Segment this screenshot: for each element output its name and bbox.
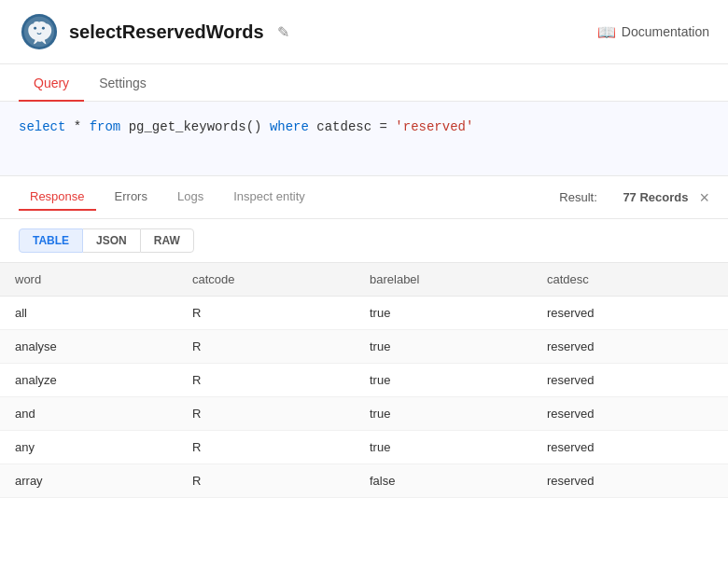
tab-errors[interactable]: Errors xyxy=(104,184,159,211)
sql-where: where xyxy=(270,119,309,134)
cell-catdesc: reserved xyxy=(532,364,728,397)
table-row: anyRtruereserved xyxy=(0,431,728,464)
sql-condition: catdesc = xyxy=(316,119,395,134)
cell-barelabel: false xyxy=(355,464,532,498)
tab-settings[interactable]: Settings xyxy=(84,64,161,102)
postgres-logo xyxy=(19,11,60,52)
cell-catcode: R xyxy=(177,330,355,364)
format-raw-button[interactable]: RAW xyxy=(140,228,194,253)
table-row: andRtruereserved xyxy=(0,397,728,431)
sql-wildcard: * xyxy=(74,119,90,134)
query-editor[interactable]: select * from pg_get_keywords() where ca… xyxy=(0,102,728,176)
table-row: allRtruereserved xyxy=(0,297,728,330)
cell-barelabel: true xyxy=(355,364,532,397)
page-title: selectReservedWords xyxy=(69,21,264,43)
app-header: selectReservedWords ✎ 📖 Documentation xyxy=(0,0,728,64)
record-count-value: 77 Records xyxy=(623,190,688,204)
svg-point-3 xyxy=(42,27,45,30)
sql-string-value: 'reserved' xyxy=(395,119,473,134)
cell-word: and xyxy=(0,397,177,431)
column-header-catcode: catcode xyxy=(177,263,355,297)
sql-select: select xyxy=(19,119,65,134)
results-table: word catcode barelabel catdesc allRtruer… xyxy=(0,262,728,498)
data-table-container: word catcode barelabel catdesc allRtruer… xyxy=(0,262,728,498)
tab-logs[interactable]: Logs xyxy=(166,184,215,211)
cell-barelabel: true xyxy=(355,330,532,364)
pencil-icon: ✎ xyxy=(277,24,289,40)
format-json-button[interactable]: JSON xyxy=(83,228,140,253)
table-header-row: word catcode barelabel catdesc xyxy=(0,263,728,297)
sql-function: pg_get_keywords() xyxy=(129,119,270,134)
cell-catdesc: reserved xyxy=(532,297,728,330)
main-tabs: Query Settings xyxy=(0,64,728,102)
cell-word: array xyxy=(0,464,177,498)
table-row: analyseRtruereserved xyxy=(0,330,728,364)
cell-catcode: R xyxy=(177,364,355,397)
documentation-link[interactable]: 📖 Documentation xyxy=(597,23,709,41)
close-results-button[interactable]: × xyxy=(699,189,709,206)
result-tabs: Response Errors Logs Inspect entity xyxy=(19,184,559,211)
tab-response[interactable]: Response xyxy=(19,184,96,211)
cell-word: all xyxy=(0,297,177,330)
cell-catcode: R xyxy=(177,397,355,431)
cell-word: analyse xyxy=(0,330,177,364)
cell-catdesc: reserved xyxy=(532,464,728,498)
column-header-word: word xyxy=(0,263,177,297)
table-row: arrayRfalsereserved xyxy=(0,464,728,498)
sql-from: from xyxy=(90,119,121,134)
cell-catcode: R xyxy=(177,297,355,330)
cell-catcode: R xyxy=(177,464,355,498)
cell-barelabel: true xyxy=(355,431,532,464)
cell-catdesc: reserved xyxy=(532,397,728,431)
results-bar: Response Errors Logs Inspect entity Resu… xyxy=(0,176,728,219)
cell-word: any xyxy=(0,431,177,464)
edit-title-button[interactable]: ✎ xyxy=(273,21,293,43)
cell-catcode: R xyxy=(177,431,355,464)
tab-inspect-entity[interactable]: Inspect entity xyxy=(222,184,316,211)
cell-catdesc: reserved xyxy=(532,330,728,364)
svg-point-2 xyxy=(34,27,36,30)
cell-barelabel: true xyxy=(355,297,532,330)
cell-barelabel: true xyxy=(355,397,532,431)
column-header-catdesc: catdesc xyxy=(532,263,728,297)
format-table-button[interactable]: TABLE xyxy=(19,228,83,253)
format-bar: TABLE JSON RAW xyxy=(0,219,728,262)
column-header-barelabel: barelabel xyxy=(355,263,532,297)
cell-word: analyze xyxy=(0,364,177,397)
cell-catdesc: reserved xyxy=(532,431,728,464)
book-icon: 📖 xyxy=(597,23,616,41)
table-row: analyzeRtruereserved xyxy=(0,364,728,397)
tab-query[interactable]: Query xyxy=(19,64,84,102)
result-count: Result: 77 Records × xyxy=(559,189,709,206)
